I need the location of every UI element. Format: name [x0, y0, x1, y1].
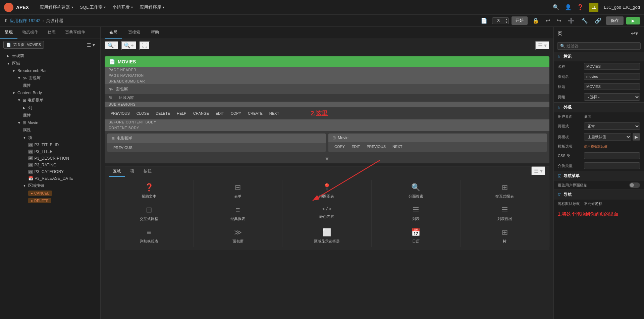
tree-item-p3-title[interactable]: AI P3_TITLE [0, 148, 100, 155]
app-breadcrumb-link[interactable]: 应用程序 19242 [10, 18, 41, 24]
save-button[interactable]: 保存 [606, 16, 624, 25]
action-delete[interactable]: DELETE [154, 110, 172, 116]
user-avatar[interactable]: LL [589, 3, 598, 12]
search-icon[interactable]: 🔍 [553, 4, 559, 10]
movie-action-copy[interactable]: COPY [332, 144, 347, 150]
lock-icon-button[interactable]: 🔒 [530, 17, 541, 24]
movie-action-previous[interactable]: PREVIOUS [365, 144, 388, 150]
nav-item-app-gallery[interactable]: 应用程序库 ▾ [137, 3, 167, 12]
tree-item-content-body[interactable]: ▼ Content Body [0, 90, 100, 96]
nav-item-team-dev[interactable]: 小组开发 ▾ [110, 3, 136, 12]
tree-item-region-buttons[interactable]: ▼ 区域按钮 [0, 182, 100, 190]
undo-button[interactable]: ↩ [544, 17, 552, 24]
action-next[interactable]: NEXT [267, 110, 281, 116]
tree-item-regions[interactable]: ▼ 区域 [0, 60, 100, 67]
select-page-group[interactable]: - 选择 - [584, 93, 640, 101]
tree-item-breadcrumb-attrs[interactable]: 属性 [0, 82, 100, 90]
tree-item-p3-release-date[interactable]: 📅 P3_RELEASE_DATE [0, 175, 100, 182]
tree-item-columns[interactable]: ▶ 列 [0, 104, 100, 112]
template-expand-button[interactable]: ▶ [633, 133, 640, 141]
action-change[interactable]: CHANGE [191, 110, 211, 116]
component-map-chart[interactable]: 📍 地图图表 [282, 180, 371, 202]
nav-item-app-builder[interactable]: 应用程序构建器 ▾ [37, 3, 76, 12]
tree-item-items[interactable]: ▼ 项 [0, 134, 100, 142]
action-close[interactable]: CLOSE [135, 110, 151, 116]
tree-item-render-before[interactable]: ▶ 呈现前 [0, 52, 100, 60]
page-number-arrows[interactable]: ▲ ▼ [504, 18, 508, 24]
tab-shared-components[interactable]: 页共享组件 [60, 27, 90, 39]
component-classic-report[interactable]: ≡ 经典报表 [194, 202, 282, 225]
tab-button[interactable]: 按钮 [140, 166, 156, 177]
page-num-down-icon[interactable]: ▼ [504, 21, 508, 24]
component-tree[interactable]: ⊞ 树 [461, 225, 549, 247]
input-media-type[interactable] [584, 162, 640, 169]
tab-help[interactable]: 帮助 [146, 27, 164, 39]
user-icon[interactable]: 👤 [565, 4, 572, 10]
tree-item-film-form[interactable]: ▼ ⊞ 电影报单 [0, 96, 100, 104]
tab-processing[interactable]: 处理 [43, 27, 60, 39]
page-icon-button[interactable]: 📄 [479, 17, 489, 24]
component-calendar[interactable]: 📅 日历 [372, 225, 461, 247]
select-page-template[interactable]: 主题默认值 [584, 133, 631, 141]
input-title[interactable] [584, 83, 640, 90]
action-help[interactable]: HELP [175, 110, 189, 116]
toggle-override-ui[interactable] [629, 182, 640, 188]
component-form[interactable]: ⊟ 表单 [194, 180, 282, 202]
section-nav-header[interactable]: ☑ 导航 [554, 190, 644, 200]
tree-item-p3-title-id[interactable]: AI P3_TITLE_ID [0, 142, 100, 148]
canvas-breadcrumb-region[interactable]: ≫ 面包屑 [105, 84, 549, 94]
component-help-text[interactable]: ❓ 帮助文本 [105, 180, 194, 202]
canvas-region-film-form[interactable]: ⊞ 电影报单 PREVIOUS [107, 134, 326, 152]
component-column-toggle[interactable]: ≡ 列切换报表 [105, 225, 194, 247]
zoom-out-button[interactable]: 🔍- [105, 41, 118, 50]
tab-layout[interactable]: 布局 [105, 27, 122, 39]
action-edit[interactable]: EDIT [214, 110, 226, 116]
tree-item-delete[interactable]: ● DELETE [0, 197, 100, 204]
help-icon[interactable]: ❓ [577, 4, 584, 10]
tree-item-movie[interactable]: ▼ ⊞ Movie [0, 119, 100, 126]
page-num-up-icon[interactable]: ▲ [504, 18, 508, 21]
input-css-class[interactable] [584, 152, 640, 159]
component-list[interactable]: ☰ 列表 [372, 202, 461, 225]
page-number-input[interactable] [492, 18, 504, 23]
action-copy[interactable]: COPY [229, 110, 243, 116]
action-previous[interactable]: PREVIOUS [109, 110, 132, 116]
start-button[interactable]: 开始 [512, 16, 528, 25]
action-create[interactable]: CREATE [246, 110, 265, 116]
redo-button[interactable]: ↪ [555, 17, 563, 24]
component-faceted-search[interactable]: 🔍 分面搜索 [372, 180, 461, 202]
tree-item-cancel[interactable]: ● CANCEL [0, 190, 100, 197]
component-interactive-report[interactable]: ⊞ 交互式报表 [461, 180, 549, 202]
settings-button[interactable]: 🔧 [579, 17, 590, 24]
section-identity-header[interactable]: ☑ 标识 [554, 52, 644, 61]
zoom-in-button[interactable]: 🔍+ [121, 41, 136, 50]
tree-options-button[interactable]: ☰ ▾ [85, 42, 97, 48]
movie-action-edit[interactable]: EDIT [350, 144, 362, 150]
tree-item-breadcrumb-bar[interactable]: ▼ Breadcrumb Bar [0, 67, 100, 74]
component-interactive-grid[interactable]: ⊟ 交互式网格 [105, 202, 194, 225]
right-panel-back-button[interactable]: ↩▾ [629, 30, 640, 37]
tab-dynamic-actions[interactable]: 动态操作 [17, 27, 43, 39]
tab-region[interactable]: 区域 [109, 166, 125, 177]
component-static-content[interactable]: </> 静态内容 [282, 202, 371, 225]
component-breadcrumb[interactable]: ≫ 面包屑 [194, 225, 282, 247]
tab-render[interactable]: 呈现 [0, 27, 17, 39]
film-action-previous[interactable]: PREVIOUS [111, 145, 135, 151]
component-region-selector[interactable]: ⬜ 区域显示选择器 [282, 225, 371, 247]
add-button[interactable]: ➕ [566, 17, 577, 24]
select-page-mode[interactable]: 正常 [584, 122, 640, 130]
tree-item-p3-rating[interactable]: AI P3_RATING [0, 162, 100, 168]
tab-page-search[interactable]: 页搜索 [123, 27, 145, 39]
tree-item-p3-description[interactable]: AI P3_DESCRIPTION [0, 155, 100, 162]
input-name[interactable] [584, 63, 640, 70]
tree-item-breadcrumb[interactable]: ▼ ≫ 面包屑 [0, 74, 100, 82]
tab-item[interactable]: 项 [126, 166, 138, 177]
filter-input[interactable] [567, 44, 638, 48]
section-nav-menu-header[interactable]: ☑ 导航菜单 [554, 171, 644, 181]
nav-item-sql-workshop[interactable]: SQL 工作室 ▾ [77, 3, 108, 12]
component-list-view[interactable]: ☰ 列表视图 [461, 202, 549, 225]
movie-action-next[interactable]: NEXT [390, 144, 404, 150]
canvas-menu-button[interactable]: ☰ ▾ [535, 41, 549, 50]
tree-item-film-form-attrs[interactable]: 属性 [0, 112, 100, 119]
bottom-menu-button[interactable]: ☰ ▾ [531, 166, 545, 175]
